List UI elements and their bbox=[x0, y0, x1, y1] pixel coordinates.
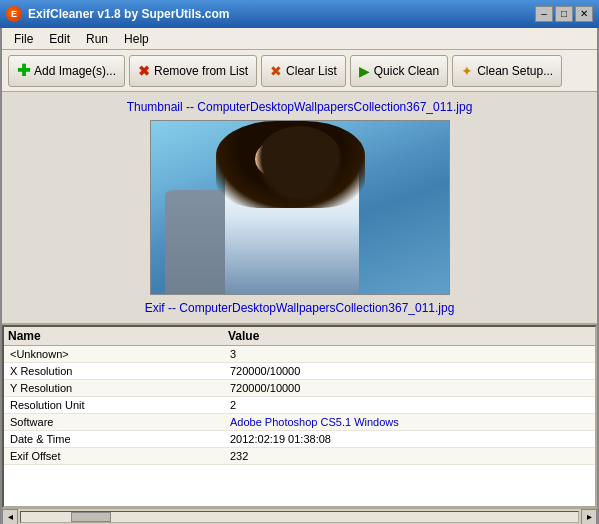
table-body[interactable]: <Unknown>3X Resolution720000/10000Y Reso… bbox=[4, 346, 595, 506]
add-images-label: Add Image(s)... bbox=[34, 64, 116, 78]
clean-setup-label: Clean Setup... bbox=[477, 64, 553, 78]
toolbar: ✚ Add Image(s)... ✖ Remove from List ✖ C… bbox=[2, 50, 597, 92]
data-table-section: Name Value <Unknown>3X Resolution720000/… bbox=[2, 325, 597, 508]
menu-help[interactable]: Help bbox=[116, 30, 157, 48]
remove-label: Remove from List bbox=[154, 64, 248, 78]
cell-name: Y Resolution bbox=[8, 381, 228, 395]
exif-label: Exif -- ComputerDesktopWallpapersCollect… bbox=[10, 301, 589, 315]
maximize-button[interactable]: □ bbox=[555, 6, 573, 22]
column-value-header: Value bbox=[228, 329, 591, 343]
hscroll-right-button[interactable]: ▸ bbox=[581, 509, 597, 525]
cell-value: 720000/10000 bbox=[228, 364, 591, 378]
add-icon: ✚ bbox=[17, 61, 30, 80]
table-row: SoftwareAdobe Photoshop CS5.1 Windows bbox=[4, 414, 595, 431]
thumbnail-label: Thumbnail -- ComputerDesktopWallpapersCo… bbox=[10, 100, 589, 114]
clean-setup-button[interactable]: ✦ Clean Setup... bbox=[452, 55, 562, 87]
title-bar-controls: – □ ✕ bbox=[535, 6, 593, 22]
column-name-header: Name bbox=[8, 329, 228, 343]
hscroll-track[interactable] bbox=[20, 511, 579, 523]
menu-bar: File Edit Run Help bbox=[2, 28, 597, 50]
menu-edit[interactable]: Edit bbox=[41, 30, 78, 48]
hscroll-thumb[interactable] bbox=[71, 512, 111, 522]
app-icon: E bbox=[6, 6, 22, 22]
horizontal-scrollbar[interactable]: ◂ ▸ bbox=[2, 508, 597, 524]
app-title: ExifCleaner v1.8 by SuperUtils.com bbox=[28, 7, 229, 21]
remove-from-list-button[interactable]: ✖ Remove from List bbox=[129, 55, 257, 87]
quick-icon: ▶ bbox=[359, 63, 370, 79]
clear-icon: ✖ bbox=[270, 63, 282, 79]
cell-name: X Resolution bbox=[8, 364, 228, 378]
cell-value: 2 bbox=[228, 398, 591, 412]
table-row: Y Resolution720000/10000 bbox=[4, 380, 595, 397]
cell-name: Date & Time bbox=[8, 432, 228, 446]
setup-icon: ✦ bbox=[461, 63, 473, 79]
title-bar-left: E ExifCleaner v1.8 by SuperUtils.com bbox=[6, 6, 229, 22]
add-images-button[interactable]: ✚ Add Image(s)... bbox=[8, 55, 125, 87]
cell-value: 2012:02:19 01:38:08 bbox=[228, 432, 591, 446]
clear-list-button[interactable]: ✖ Clear List bbox=[261, 55, 346, 87]
cell-name: Exif Offset bbox=[8, 449, 228, 463]
table-row: Exif Offset232 bbox=[4, 448, 595, 465]
remove-icon: ✖ bbox=[138, 63, 150, 79]
clear-list-label: Clear List bbox=[286, 64, 337, 78]
table-header: Name Value bbox=[4, 327, 595, 346]
hscroll-left-button[interactable]: ◂ bbox=[2, 509, 18, 525]
cell-name: Resolution Unit bbox=[8, 398, 228, 412]
quick-clean-button[interactable]: ▶ Quick Clean bbox=[350, 55, 448, 87]
cell-value: 3 bbox=[228, 347, 591, 361]
main-content: Thumbnail -- ComputerDesktopWallpapersCo… bbox=[2, 92, 597, 524]
cell-value: Adobe Photoshop CS5.1 Windows bbox=[228, 415, 591, 429]
table-row: X Resolution720000/10000 bbox=[4, 363, 595, 380]
menu-run[interactable]: Run bbox=[78, 30, 116, 48]
close-button[interactable]: ✕ bbox=[575, 6, 593, 22]
image-section: Thumbnail -- ComputerDesktopWallpapersCo… bbox=[2, 92, 597, 325]
cell-name: <Unknown> bbox=[8, 347, 228, 361]
table-row: Date & Time2012:02:19 01:38:08 bbox=[4, 431, 595, 448]
title-bar: E ExifCleaner v1.8 by SuperUtils.com – □… bbox=[0, 0, 599, 28]
menu-file[interactable]: File bbox=[6, 30, 41, 48]
table-row: <Unknown>3 bbox=[4, 346, 595, 363]
cell-value: 232 bbox=[228, 449, 591, 463]
image-container bbox=[10, 120, 589, 295]
thumbnail-image bbox=[150, 120, 450, 295]
minimize-button[interactable]: – bbox=[535, 6, 553, 22]
cell-name: Software bbox=[8, 415, 228, 429]
quick-clean-label: Quick Clean bbox=[374, 64, 439, 78]
table-row: Resolution Unit2 bbox=[4, 397, 595, 414]
cell-value: 720000/10000 bbox=[228, 381, 591, 395]
